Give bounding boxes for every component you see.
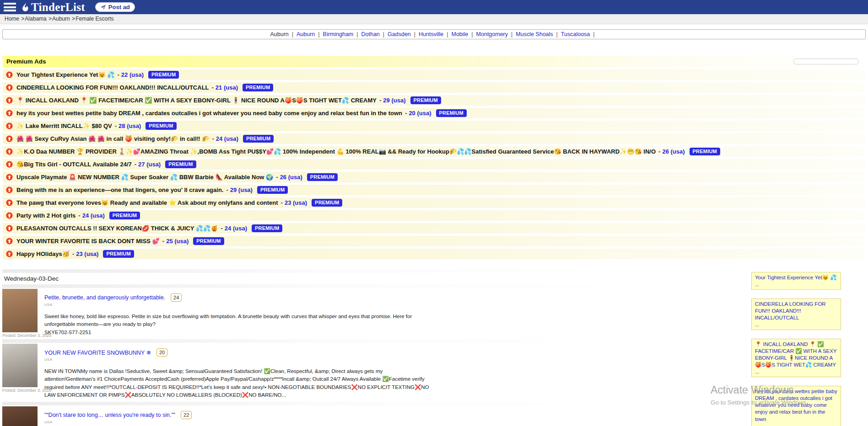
premium-ad-age[interactable]: 23 (usa) — [285, 199, 307, 206]
dash-separator: - — [405, 110, 407, 117]
premium-badge[interactable]: PREMIUM — [243, 84, 273, 91]
premium-ad-age[interactable]: 20 (usa) — [409, 110, 431, 117]
arrow-up-circle-icon[interactable] — [6, 161, 13, 168]
premium-ad-row: Upscale Playmate 🚨 NEW NUMBER 💦 Super So… — [3, 172, 865, 182]
arrow-up-circle-icon[interactable] — [6, 97, 13, 104]
city-link[interactable]: Tuscaloosa — [561, 31, 590, 37]
arrow-up-circle-icon[interactable] — [6, 174, 13, 181]
sidebar-premium-box[interactable]: Your Tightest Experience Yet😼 💦... — [751, 272, 841, 290]
premium-ad-title-link[interactable]: hey its your best wettes petite baby DRE… — [16, 110, 402, 117]
premium-ad-title-link[interactable]: ✨ Lake Merritt INCALL✨ $80 QV — [16, 122, 112, 129]
sidebar-premium-box[interactable]: hey its your best wettes petite baby DRE… — [751, 386, 841, 426]
premium-ad-age[interactable]: 22 (usa) — [121, 71, 144, 78]
premium-badge[interactable]: PREMIUM — [312, 199, 342, 207]
city-link[interactable]: Huntsville — [419, 31, 443, 37]
city-link[interactable]: Dothan — [361, 31, 380, 37]
premium-badge[interactable]: PREMIUM — [436, 109, 467, 117]
listing-phone: SKYE702-577-2251 — [44, 330, 634, 335]
premium-badge[interactable]: PREMIUM — [252, 224, 282, 232]
premium-ad-title-link[interactable]: Upscale Playmate 🚨 NEW NUMBER 💦 Super So… — [16, 174, 273, 181]
premium-ad-age[interactable]: 28 (usa) — [119, 122, 141, 129]
breadcrumb-link[interactable]: Alabama — [25, 16, 46, 22]
listing-title-link[interactable]: Petite, brunette, and dangerously unforg… — [44, 294, 165, 301]
premium-badge[interactable]: PREMIUM — [109, 212, 140, 219]
premium-ad-age[interactable]: 24 (usa) — [216, 135, 238, 142]
premium-badge[interactable]: PREMIUM — [410, 96, 441, 104]
arrow-up-circle-icon[interactable] — [6, 238, 13, 245]
breadcrumb-link[interactable]: Auburn — [52, 16, 70, 22]
premium-ad-title-link[interactable]: YOUR WINTER FAVORITE IS BACK DONT MISS 💕 — [16, 238, 160, 245]
listing-thumbnail[interactable] — [2, 406, 38, 426]
arrow-up-circle-icon[interactable] — [6, 84, 13, 91]
city-link[interactable]: Montgomery — [476, 31, 508, 37]
premium-ad-age[interactable]: 26 (usa) — [662, 148, 685, 155]
sidebar-ad-link[interactable]: Your Tightest Experience Yet😼 💦 — [755, 274, 837, 281]
arrow-up-circle-icon[interactable] — [6, 71, 13, 78]
sidebar-ad-link[interactable]: 📍 INCALL OAKLAND 📍 ✅ FACETIME/CAR ✅ WITH… — [755, 341, 837, 369]
premium-ad-title-link[interactable]: Being with me is an experience—one that … — [16, 186, 223, 193]
premium-ad-age[interactable]: 26 (usa) — [280, 174, 302, 181]
breadcrumb-separator: > — [20, 16, 24, 22]
premium-badge[interactable]: PREMIUM — [103, 250, 134, 258]
city-link[interactable]: Muscle Shoals — [516, 31, 553, 37]
divider — [2, 402, 634, 405]
city-link[interactable]: Gadsden — [388, 31, 411, 37]
arrow-up-circle-icon[interactable] — [6, 110, 13, 117]
listing-thumbnail[interactable] — [2, 289, 38, 332]
city-link[interactable]: Birmingham — [323, 31, 354, 37]
sidebar-ad-link[interactable]: CINDERELLA LOOKING FOR FUN!!! OAKLAND!!!… — [755, 301, 837, 322]
sidebar-ad-link[interactable]: hey its your best wettes petite baby DRE… — [755, 388, 837, 423]
premium-ad-title-link[interactable]: 📍 INCALL OAKLAND 📍 ✅ FACETIME/CAR ✅ WITH… — [16, 97, 377, 104]
arrow-up-circle-icon[interactable] — [6, 135, 13, 142]
premium-ad-title-link[interactable]: PLEASANTON OUTCALLS !! SEXY KOREAN💋 THIC… — [16, 225, 218, 232]
sidebar-premium-box[interactable]: 📍 INCALL OAKLAND 📍 ✅ FACETIME/CAR ✅ WITH… — [751, 339, 841, 377]
premium-badge[interactable]: PREMIUM — [243, 135, 274, 143]
premium-badge[interactable]: PREMIUM — [193, 237, 224, 245]
scroll-indicator[interactable] — [793, 59, 859, 64]
dash-separator: - — [135, 161, 136, 168]
premium-ad-title-link[interactable]: 😘Big Tits Girl - OUTCALL Available 24/7 — [16, 161, 132, 168]
breadcrumb-link[interactable]: Home — [5, 16, 19, 22]
arrow-up-circle-icon[interactable] — [6, 122, 13, 129]
premium-ad-age[interactable]: 23 (usa) — [76, 250, 98, 257]
premium-ad-row: CINDERELLA LOOKING FOR FUN!!! OAKLAND!!!… — [3, 82, 865, 93]
premium-badge[interactable]: PREMIUM — [690, 148, 720, 155]
premium-ad-age[interactable]: 21 (usa) — [216, 84, 238, 91]
premium-badge[interactable]: PREMIUM — [148, 71, 179, 79]
premium-ad-age[interactable]: 27 (usa) — [138, 161, 161, 168]
premium-ad-title-link[interactable]: 🌺 🌺 Sexy CuRvy Asian 🌺 🌺 in call 🍑 visit… — [16, 135, 209, 142]
listing-thumbnail[interactable] — [2, 344, 38, 387]
arrow-up-circle-icon[interactable] — [6, 148, 13, 155]
arrow-up-circle-icon[interactable] — [6, 212, 13, 219]
site-logo[interactable]: TinderList — [21, 1, 85, 14]
premium-ad-title-link[interactable]: Party with 2 Hot girls — [16, 212, 75, 219]
city-link[interactable]: Auburn — [297, 31, 315, 37]
premium-ad-age[interactable]: 24 (usa) — [225, 225, 247, 232]
breadcrumb-link[interactable]: Female Escorts — [75, 16, 113, 22]
premium-ad-age[interactable]: 29 (usa) — [230, 186, 253, 193]
city-separator: | — [383, 31, 384, 37]
premium-ad-title-link[interactable]: The pawg that everyone loves😼 Ready and … — [16, 199, 278, 206]
premium-ad-age[interactable]: 29 (usa) — [383, 97, 405, 104]
sidebar-premium-box[interactable]: CINDERELLA LOOKING FOR FUN!!! OAKLAND!!!… — [751, 298, 841, 330]
premium-ad-title-link[interactable]: Happy HOlidays🥳 — [16, 250, 70, 257]
arrow-up-circle-icon[interactable] — [6, 186, 13, 193]
premium-badge[interactable]: PREMIUM — [146, 122, 176, 130]
premium-badge[interactable]: PREMIUM — [257, 186, 288, 194]
city-link[interactable]: Mobile — [451, 31, 468, 37]
arrow-up-circle-icon[interactable] — [6, 250, 13, 257]
listing-title-link[interactable]: "“Don't stare too long… unless you're re… — [44, 412, 175, 418]
premium-ad-title-link[interactable]: CINDERELLA LOOKING FOR FUN!!! OAKLAND!!!… — [16, 84, 209, 91]
premium-ad-age[interactable]: 24 (usa) — [82, 212, 105, 219]
listing-title-link[interactable]: YOUR NEW FAVORITE SNOWBUNNY ❄ — [44, 349, 151, 356]
arrow-up-circle-icon[interactable] — [6, 199, 13, 206]
premium-ad-title-link[interactable]: Your Tightest Experience Yet😼 💦 — [16, 71, 115, 78]
hamburger-menu-icon[interactable] — [4, 3, 16, 11]
premium-badge[interactable]: PREMIUM — [307, 173, 338, 181]
premium-ad-row: Your Tightest Experience Yet😼 💦-22 (usa)… — [3, 69, 865, 80]
arrow-up-circle-icon[interactable] — [6, 225, 13, 232]
premium-ad-title-link[interactable]: ✨K.O Daa NUMBER 🏆 PROVIDER 🧎✨💕AMAZING Th… — [16, 148, 656, 155]
premium-badge[interactable]: PREMIUM — [165, 160, 196, 168]
premium-ad-age[interactable]: 25 (usa) — [166, 238, 189, 245]
post-ad-button[interactable]: Post ad — [95, 2, 135, 12]
